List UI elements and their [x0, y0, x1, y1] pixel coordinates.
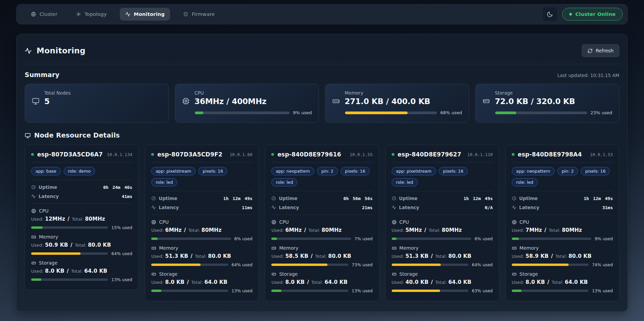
progress-bar: [392, 290, 468, 292]
summary-card-label: Storage: [495, 90, 575, 96]
percent-used-label: 13% used: [352, 288, 373, 293]
metric-used-value: 51.3 KB: [165, 253, 188, 259]
metric-name: Memory: [159, 245, 178, 251]
total-prefix: Total:: [315, 254, 327, 259]
nav-tab-label: Topology: [85, 11, 107, 17]
nav-tab-cluster[interactable]: Cluster: [25, 8, 63, 21]
divider: [151, 191, 252, 191]
metric-block: Storage Used: 8.0 KB / Total: 64.0 KB 13…: [512, 271, 613, 293]
node-card: esp-807D3A5CD9F2 10.0.1.60 app: pixelstr…: [145, 145, 259, 301]
total-prefix: Total:: [552, 280, 564, 285]
progress-bar: [512, 238, 591, 240]
node-tag: pixels: 16: [439, 167, 468, 175]
progress-bar: [512, 290, 589, 292]
total-prefix: Total:: [435, 280, 447, 285]
percent-used-label: 13% used: [592, 288, 613, 293]
percent-used-label: 74% used: [592, 262, 613, 267]
uptime-row: Uptime 0h 56m 56s: [271, 196, 372, 201]
node-tag: pin: 2: [557, 167, 578, 175]
nav-tab-firmware[interactable]: Firmware: [178, 8, 220, 21]
progress-fill: [271, 264, 327, 266]
node-tag: app: pixelstream: [151, 167, 196, 175]
activity-icon: [392, 205, 396, 210]
summary-card-value: 72.0 KB / 320.0 KB: [495, 97, 575, 106]
progress-fill: [31, 252, 80, 255]
nav-right: Cluster Online: [543, 7, 623, 22]
used-prefix: Used:: [392, 280, 404, 285]
divider: [271, 215, 372, 215]
progress-bar: [392, 264, 468, 266]
metric-name: Memory: [39, 234, 58, 240]
progress-bar: [495, 112, 587, 114]
summary-card-value: 36MHz / 400MHz: [194, 97, 267, 106]
node-name: esp-840D8E979627: [398, 151, 461, 158]
metric-name: CPU: [279, 219, 289, 225]
percent-used-label: 64% used: [472, 262, 493, 267]
progress-fill: [392, 238, 396, 240]
progress-fill: [31, 226, 43, 229]
metric-name: Storage: [39, 260, 58, 266]
used-prefix: Used:: [31, 243, 44, 248]
clock-icon: [512, 196, 516, 201]
drive-icon: [512, 272, 517, 277]
value-separator: /: [69, 242, 73, 248]
metric-used-value: 5MHz: [406, 227, 422, 233]
nav-tab-monitoring[interactable]: Monitoring: [120, 8, 170, 21]
node-tags: app: base role: demo: [31, 167, 132, 175]
drive-icon: [392, 272, 397, 277]
clock-icon: [392, 196, 396, 201]
cluster-status-badge[interactable]: Cluster Online: [562, 8, 623, 21]
node-metrics: CPU Used: 6MHz / Total: 80MHz 8% used Me…: [151, 219, 252, 293]
clock-icon: [271, 196, 276, 201]
latency-row: Latency 31ms: [512, 205, 613, 210]
progress-bar: [195, 112, 290, 114]
progress-fill: [31, 278, 41, 281]
metric-block: Storage Used: 8.0 KB / Total: 64.0 KB 13…: [151, 271, 252, 293]
used-prefix: Used:: [271, 254, 284, 259]
page-title: Monitoring: [37, 46, 86, 55]
divider: [392, 191, 493, 191]
node-name: esp-807D3A5CD9F2: [157, 151, 222, 158]
progress-fill: [392, 264, 441, 266]
metric-total-value: 80.0 KB: [448, 253, 471, 259]
divider: [392, 162, 493, 163]
metric-name: CPU: [520, 219, 529, 225]
progress-bar: [271, 264, 348, 266]
progress-fill: [512, 238, 519, 240]
uptime-row: Uptime 0h 24m 46s: [31, 184, 132, 190]
uptime-row: Uptime 1h 12m 49s: [512, 196, 613, 201]
summary-card: CPU 36MHz / 400MHz 9% used: [175, 84, 319, 123]
node-tag: app: neopattern: [271, 167, 314, 175]
summary-grid: Total Nodes 5 CPU 36MHz / 400MHz 9% used…: [25, 84, 619, 123]
nodes-heading: Node Resource Details: [34, 131, 120, 139]
latency-value: 41ms: [122, 194, 132, 199]
value-separator: /: [546, 279, 550, 285]
theme-toggle-button[interactable]: [543, 7, 557, 22]
latency-label: Latency: [279, 205, 299, 210]
divider: [31, 162, 132, 163]
nav-tab-topology[interactable]: Topology: [70, 8, 112, 21]
node-tag: role: led: [151, 178, 177, 187]
latency-value: N/A: [485, 205, 492, 210]
latency-label: Latency: [39, 194, 59, 199]
value-separator: /: [186, 279, 190, 285]
progress-fill: [151, 238, 158, 240]
cpu-icon: [512, 220, 517, 225]
node-online-dot-icon: [31, 153, 34, 156]
metric-block: Memory Used: 51.3 KB / Total: 80.0 KB 64…: [392, 245, 493, 267]
used-prefix: Used:: [271, 228, 284, 233]
used-prefix: Used:: [271, 280, 284, 285]
node-card: esp-840D8E9798A4 10.0.1.53 app: neopatte…: [505, 145, 619, 301]
node-card: esp-840D8E979627 10.0.1.110 app: pixelst…: [385, 145, 499, 301]
node-card: esp-840D8E979616 10.0.1.55 app: neopatte…: [265, 145, 379, 301]
metric-block: Memory Used: 51.3 KB / Total: 80.0 KB 64…: [151, 245, 252, 267]
divider: [271, 162, 372, 163]
nodes-grid: esp-807D3A5CD6A7 10.0.1.134 app: base ro…: [25, 145, 619, 301]
total-prefix: Total:: [72, 217, 84, 222]
refresh-button[interactable]: Refresh: [582, 44, 619, 57]
percent-used-label: 23% used: [591, 110, 612, 115]
shield-icon: [183, 11, 188, 17]
used-prefix: Used:: [512, 228, 524, 233]
metric-block: Memory Used: 50.9 KB / Total: 80.0 KB 64…: [31, 234, 132, 256]
uptime-label: Uptime: [519, 196, 538, 201]
